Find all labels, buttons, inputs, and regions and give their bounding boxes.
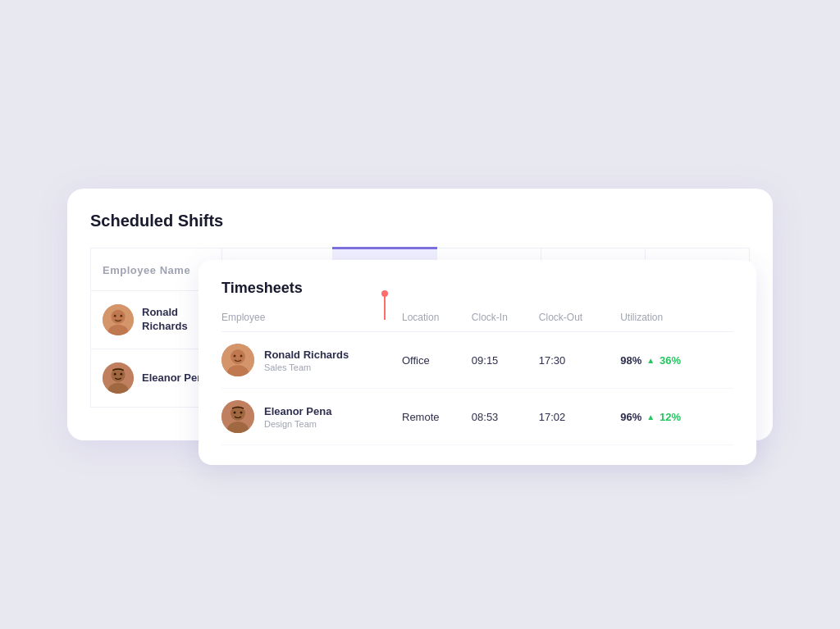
ts-ronald-clockout: 17:30: [539, 332, 620, 389]
ts-ronald-util-main: 98%: [620, 354, 641, 367]
ts-ronald-avatar: [221, 344, 254, 376]
svg-point-11: [231, 349, 245, 364]
page-wrapper: Scheduled Shifts Employee Name MON 4 👥 1: [51, 172, 789, 457]
ts-col-employee: Employee: [221, 312, 402, 332]
ts-ronald-face: [221, 344, 254, 376]
ts-ronald-clockin: 09:15: [472, 332, 539, 389]
svg-point-13: [234, 355, 236, 358]
svg-point-8: [114, 373, 116, 376]
ts-eleanor-team: Design Team: [264, 419, 331, 429]
ts-eleanor-name: Eleanor Pena: [264, 405, 331, 417]
timesheets-table: Employee Location Clock-In Clock-Out Uti…: [221, 312, 733, 445]
timesheets-card: Timesheets Employee Location Clock-In Cl…: [199, 260, 756, 465]
ts-eleanor-location: Remote: [402, 389, 472, 445]
ts-eleanor-util-arrow: ▲: [646, 412, 655, 422]
ts-col-clockout: Clock-Out: [539, 312, 620, 332]
ts-eleanor-employee: Eleanor Pena Design Team: [221, 389, 402, 445]
svg-point-14: [240, 355, 243, 358]
svg-point-3: [114, 315, 116, 317]
ts-ronald-team: Sales Team: [264, 362, 349, 372]
svg-point-18: [234, 412, 236, 414]
ts-ronald-location: Office: [402, 332, 472, 389]
ts-eleanor-avatar: [221, 400, 254, 433]
ts-row-eleanor: Eleanor Pena Design Team Remote 08:53 17…: [221, 389, 733, 445]
ts-col-clockin: Clock-In: [472, 312, 539, 332]
svg-point-1: [111, 310, 125, 324]
eleanor-face-svg: [103, 362, 134, 394]
ts-ronald-employee: Ronald Richards Sales Team: [221, 332, 402, 389]
ts-ronald-name: Ronald Richards: [264, 349, 349, 361]
svg-point-19: [240, 412, 243, 414]
ts-eleanor-face: [221, 400, 254, 433]
ronald-face-svg: [103, 304, 134, 335]
timesheets-title: Timesheets: [221, 280, 733, 297]
svg-point-4: [120, 315, 122, 317]
shifts-card: Scheduled Shifts Employee Name MON 4 👥 1: [67, 189, 773, 440]
ts-eleanor-util-change: 12%: [660, 411, 681, 423]
shifts-title: Scheduled Shifts: [90, 212, 750, 230]
ts-eleanor-clockin: 08:53: [472, 389, 539, 445]
ts-row-ronald: Ronald Richards Sales Team Office 09:15 …: [221, 332, 733, 389]
ts-col-utilization: Utilization: [620, 312, 733, 332]
eleanor-avatar: [103, 362, 134, 394]
ts-eleanor-util-main: 96%: [620, 411, 641, 423]
ts-ronald-utilization: 98% ▲ 36%: [620, 332, 733, 389]
ts-ronald-util-change: 36%: [660, 354, 681, 367]
ts-col-location: Location: [402, 312, 472, 332]
svg-point-9: [120, 373, 122, 376]
ronald-avatar: [103, 304, 134, 335]
ts-eleanor-clockout: 17:02: [539, 389, 620, 445]
ts-eleanor-utilization: 96% ▲ 12%: [620, 389, 733, 445]
ts-ronald-util-arrow: ▲: [646, 356, 655, 365]
